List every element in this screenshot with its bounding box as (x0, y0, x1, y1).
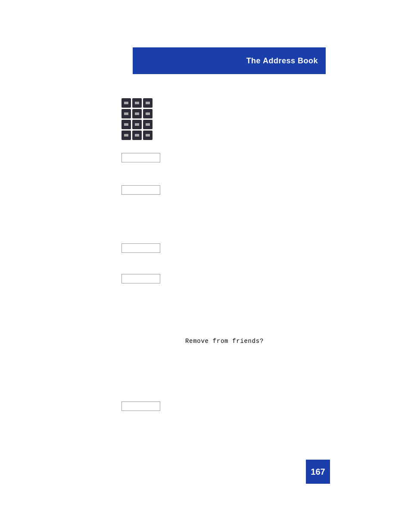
page-container: The Address Book Remove from friends? 16… (0, 0, 411, 532)
input-field-4[interactable] (121, 274, 160, 283)
key-3[interactable] (143, 98, 153, 108)
key-7[interactable] (121, 120, 131, 129)
key-1[interactable] (121, 98, 131, 108)
header-title: The Address Book (246, 56, 318, 65)
key-5[interactable] (132, 109, 142, 118)
page-number-badge: 167 (306, 460, 330, 484)
input-field-2[interactable] (121, 185, 160, 195)
key-8[interactable] (132, 120, 142, 129)
input-field-5[interactable] (121, 401, 160, 411)
page-number: 167 (311, 467, 325, 477)
remove-from-friends-text: Remove from friends? (185, 338, 264, 345)
header-banner: The Address Book (133, 47, 326, 74)
keypad-grid (121, 98, 153, 140)
key-10[interactable] (121, 131, 131, 140)
key-9[interactable] (143, 120, 153, 129)
key-11[interactable] (132, 131, 142, 140)
key-2[interactable] (132, 98, 142, 108)
key-12[interactable] (143, 131, 153, 140)
input-field-3[interactable] (121, 243, 160, 253)
key-4[interactable] (121, 109, 131, 118)
key-6[interactable] (143, 109, 153, 118)
input-field-1[interactable] (121, 153, 160, 162)
